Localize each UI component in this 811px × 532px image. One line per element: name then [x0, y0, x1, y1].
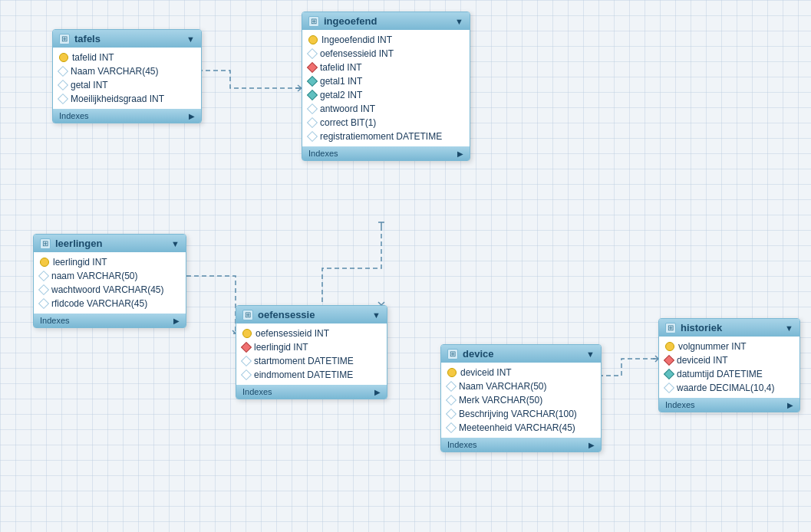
field-wachtwoord[interactable]: wachtwoord VARCHAR(45) [34, 283, 186, 297]
field-naam-leer[interactable]: naam VARCHAR(50) [34, 269, 186, 283]
diamond-icon-waarde [664, 383, 674, 393]
field-antwoord[interactable]: antwoord INT [302, 102, 470, 116]
table-header-ingeoefend[interactable]: ingeoefend ▼ [302, 12, 470, 30]
table-arrow-oefensessie: ▼ [372, 310, 381, 320]
diamond-icon-startmoment [241, 356, 252, 366]
diamond-icon-naam-device [446, 381, 457, 392]
table-indexes-ingeoefend[interactable]: Indexes ▶ [302, 146, 470, 160]
field-name-registratie: registratiemoment DATETIME [320, 131, 442, 142]
table-fields-historiek: volgnummer INT deviceid INT datumtijd DA… [659, 337, 799, 398]
field-correct[interactable]: correct BIT(1) [302, 116, 470, 130]
field-naam[interactable]: Naam VARCHAR(45) [53, 64, 201, 78]
conn-ingeoefend-oefensessie [322, 226, 381, 305]
table-arrow-ingeoefend: ▼ [455, 17, 463, 26]
field-name-oefensessieid: oefensessieid INT [255, 328, 329, 339]
table-icon-device [447, 349, 458, 360]
teal-icon-getal2 [307, 90, 318, 100]
pk-icon-ingeoefendid [308, 35, 318, 44]
indexes-arrow-tafels: ▶ [189, 112, 195, 120]
table-icon-tafels [59, 34, 70, 44]
field-meeteenheid[interactable]: Meeteenheid VARCHAR(45) [441, 421, 601, 435]
field-name-oefensessieid-ing: oefensessieid INT [320, 48, 394, 59]
diamond-icon-antwoord [307, 103, 318, 114]
table-title-oefensessie: oefensessie [258, 309, 368, 320]
table-header-leerlingen[interactable]: leerlingen ▼ [34, 235, 186, 252]
field-registratiemoment[interactable]: registratiemoment DATETIME [302, 130, 470, 143]
indexes-label-tafels: Indexes [59, 111, 89, 120]
field-startmoment[interactable]: startmoment DATETIME [236, 354, 387, 368]
table-header-historiek[interactable]: historiek ▼ [659, 319, 799, 337]
field-datumtijd[interactable]: datumtijd DATETIME [659, 367, 799, 381]
table-header-tafels[interactable]: tafels ▼ [53, 30, 201, 48]
field-name-volgnummer: volgnummer INT [678, 341, 747, 352]
table-header-oefensessie[interactable]: oefensessie ▼ [236, 306, 387, 323]
table-indexes-historiek[interactable]: Indexes ▶ [659, 398, 799, 412]
field-name-deviceid: deviceid INT [460, 367, 512, 378]
table-arrow-leerlingen: ▼ [171, 239, 180, 248]
diamond-icon-correct [307, 117, 318, 128]
indexes-arrow-oefensessie: ▶ [374, 388, 381, 396]
table-title-tafels: tafels [74, 33, 182, 44]
fk-icon-deviceid [664, 355, 674, 366]
table-leerlingen: leerlingen ▼ leerlingid INT naam VARCHAR… [33, 234, 186, 328]
table-indexes-device[interactable]: Indexes ▶ [441, 438, 601, 452]
field-deviceid-fk[interactable]: deviceid INT [659, 353, 799, 367]
table-header-device[interactable]: device ▼ [441, 345, 601, 363]
field-name-eindmoment: eindmoment DATETIME [254, 369, 353, 380]
pk-icon-deviceid [447, 368, 457, 377]
field-name-getal1: getal1 INT [320, 76, 362, 87]
field-name-startmoment: startmoment DATETIME [254, 356, 354, 366]
table-fields-tafels: tafelid INT Naam VARCHAR(45) getal INT M… [53, 48, 201, 109]
field-waarde[interactable]: waarde DECIMAL(10,4) [659, 381, 799, 395]
diamond-icon-wachtwoord [38, 284, 49, 295]
field-tafelid-fk[interactable]: tafelid INT [302, 61, 470, 74]
indexes-label-ingeoefend: Indexes [308, 149, 338, 158]
indexes-arrow-device: ▶ [588, 441, 595, 449]
field-getal2[interactable]: getal2 INT [302, 88, 470, 102]
field-name-wachtwoord: wachtwoord VARCHAR(45) [51, 284, 164, 295]
table-icon-oefensessie [242, 310, 253, 320]
field-name-correct: correct BIT(1) [320, 117, 376, 128]
indexes-label-historiek: Indexes [665, 400, 695, 409]
field-moeilijkheidsgraad[interactable]: Moeilijkheidsgraad INT [53, 92, 201, 106]
fk-icon-tafelid [307, 62, 318, 73]
field-merk[interactable]: Merk VARCHAR(50) [441, 393, 601, 407]
teal-icon-datumtijd [664, 369, 674, 379]
table-fields-device: deviceid INT Naam VARCHAR(50) Merk VARCH… [441, 363, 601, 438]
field-name-deviceid-fk: deviceid INT [677, 355, 728, 366]
field-name-beschrijving: Beschrijving VARCHAR(100) [459, 409, 577, 419]
field-getal1[interactable]: getal1 INT [302, 74, 470, 88]
field-rfidcode[interactable]: rfidcode VARCHAR(45) [34, 297, 186, 310]
field-getal[interactable]: getal INT [53, 78, 201, 92]
field-ingeoefendid[interactable]: Ingeoefendid INT [302, 33, 470, 47]
field-oefensessieid[interactable]: oefensessieid INT [236, 327, 387, 340]
field-naam-device[interactable]: Naam VARCHAR(50) [441, 379, 601, 393]
table-indexes-tafels[interactable]: Indexes ▶ [53, 109, 201, 123]
conn-tafels-ingeoefend [190, 71, 302, 88]
field-name-tafelid-fk: tafelid INT [320, 62, 362, 73]
indexes-label-oefensessie: Indexes [242, 387, 272, 396]
table-icon-ingeoefend [308, 16, 319, 27]
diamond-icon-meeteenheid [446, 422, 457, 433]
table-indexes-oefensessie[interactable]: Indexes ▶ [236, 385, 387, 399]
diamond-icon-naam [58, 66, 68, 77]
table-fields-ingeoefend: Ingeoefendid INT oefensessieid INT tafel… [302, 30, 470, 146]
pk-icon-oefensessieid [242, 329, 252, 338]
table-indexes-leerlingen[interactable]: Indexes ▶ [34, 314, 186, 327]
field-leerlingid-fk[interactable]: leerlingid INT [236, 340, 387, 354]
table-title-ingeoefend: ingeoefend [324, 15, 450, 27]
field-beschrijving[interactable]: Beschrijving VARCHAR(100) [441, 407, 601, 421]
field-eindmoment[interactable]: eindmoment DATETIME [236, 368, 387, 382]
diamond-icon-merk [446, 395, 457, 406]
pk-icon-tafelid [59, 53, 68, 62]
indexes-arrow-ingeoefend: ▶ [457, 149, 463, 158]
table-icon-leerlingen [40, 238, 51, 249]
field-tafelid[interactable]: tafelid INT [53, 51, 201, 64]
field-deviceid[interactable]: deviceid INT [441, 366, 601, 379]
table-title-historiek: historiek [681, 322, 780, 333]
indexes-arrow-leerlingen: ▶ [173, 317, 180, 325]
field-leerlingid[interactable]: leerlingid INT [34, 255, 186, 269]
teal-icon-getal1 [307, 76, 318, 87]
field-oefensessieid-ing[interactable]: oefensessieid INT [302, 47, 470, 61]
field-volgnummer[interactable]: volgnummer INT [659, 340, 799, 353]
